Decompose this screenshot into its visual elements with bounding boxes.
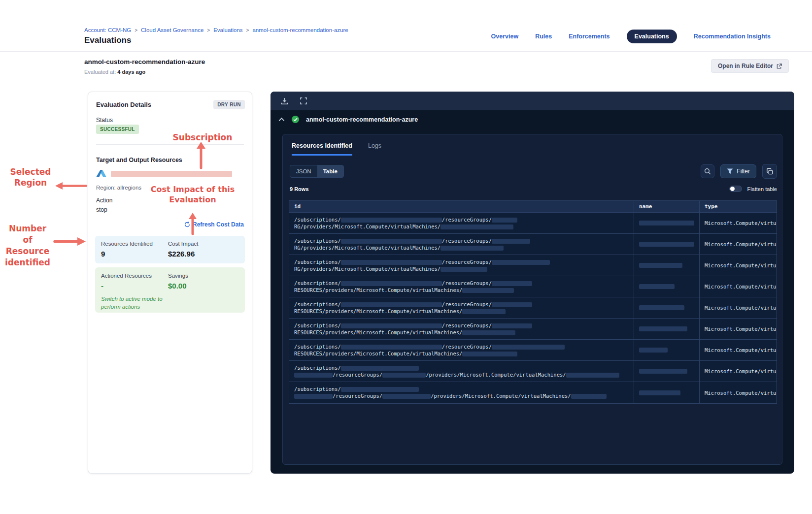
- table-row[interactable]: /subscriptions//resourceGroups/RESOURCES…: [289, 297, 777, 319]
- id-text: /resourceGroups/: [442, 238, 492, 244]
- azure-icon: [96, 170, 106, 178]
- dry-run-badge: DRY RUN: [213, 100, 245, 109]
- type-cell: Microsoft.Compute/virtu: [700, 319, 778, 339]
- breadcrumb-item-anmol-custom-recommendation-azure[interactable]: anmol-custom-recommendation-azure: [252, 27, 348, 33]
- tab-rules[interactable]: Rules: [535, 33, 552, 40]
- redacted-bar: [462, 330, 515, 335]
- breadcrumb-item-account-ccm-ng[interactable]: Account: CCM-NG: [84, 27, 131, 33]
- id-cell: /subscriptions//resourceGroups/RESOURCES…: [289, 319, 634, 339]
- type-cell: Microsoft.Compute/virtu: [700, 276, 778, 297]
- redacted-bar: [639, 305, 684, 310]
- open-rule-editor-label: Open in Rule Editor: [718, 63, 773, 69]
- redacted-bar: [639, 369, 687, 374]
- result-title: anmol-custom-recommendation-azure: [306, 116, 418, 123]
- name-cell: [634, 319, 700, 339]
- column-header-name[interactable]: name: [634, 201, 700, 212]
- table-row[interactable]: /subscriptions//resourceGroups/RG/provid…: [289, 213, 777, 234]
- resource-count-arrow: [53, 237, 86, 246]
- id-text: /providers/Microsoft.Compute/virtualMach…: [426, 372, 566, 378]
- table-row[interactable]: /subscriptions//resourceGroups//provider…: [289, 382, 777, 403]
- id-cell: /subscriptions//resourceGroups/RESOURCES…: [289, 297, 634, 318]
- redacted-bar: [639, 348, 668, 353]
- id-text: /resourceGroups/: [442, 344, 492, 350]
- annotation-cost-impact: Cost Impact of this Evaluation: [148, 184, 237, 205]
- flatten-table-label: Flatten table: [747, 186, 777, 192]
- evaluation-name-title: anmol-custom-recommendation-azure: [84, 58, 205, 65]
- redacted-bar: [462, 309, 506, 314]
- id-text: /resourceGroups/: [333, 372, 382, 378]
- id-text: /subscriptions/: [294, 217, 341, 223]
- card-divider: [96, 144, 244, 145]
- id-cell: /subscriptions//resourceGroups//provider…: [289, 382, 634, 403]
- redacted-bar: [382, 394, 431, 399]
- redacted-bar: [341, 281, 442, 286]
- flatten-table-toggle[interactable]: [729, 186, 742, 192]
- column-header-id[interactable]: id: [289, 201, 634, 212]
- toggle-knob: [730, 187, 735, 191]
- active-mode-note: Switch to active mode to perform actions: [101, 295, 163, 311]
- redacted-bar: [440, 225, 513, 229]
- breadcrumb-item-cloud-asset-governance[interactable]: Cloud Asset Governance: [141, 27, 203, 33]
- redacted-bar: [492, 239, 530, 244]
- breadcrumb-separator: >: [246, 28, 249, 33]
- id-cell: /subscriptions//resourceGroups/RESOURCES…: [289, 340, 634, 360]
- search-button[interactable]: [701, 164, 714, 178]
- copy-icon: [766, 168, 774, 175]
- evaluated-at-value: 4 days ago: [117, 69, 145, 75]
- table-row[interactable]: /subscriptions//resourceGroups/RESOURCES…: [289, 340, 777, 361]
- id-text: /subscriptions/: [294, 259, 341, 265]
- id-cell: /subscriptions//resourceGroups/RG/provid…: [289, 255, 634, 276]
- tab-recommendation-insights[interactable]: Recommendation Insights: [694, 33, 771, 40]
- name-cell: [634, 382, 700, 403]
- external-link-icon: [777, 64, 782, 69]
- table-row[interactable]: /subscriptions//resourceGroups/RG/provid…: [289, 255, 777, 276]
- redacted-bar: [492, 281, 532, 286]
- subscription-arrow: [196, 142, 206, 169]
- table-row[interactable]: /subscriptions//resourceGroups/RESOURCES…: [289, 319, 777, 340]
- redacted-bar: [440, 246, 504, 251]
- results-tab-logs[interactable]: Logs: [368, 142, 381, 156]
- target-subscription-row: [96, 170, 232, 178]
- redacted-bar: [639, 326, 687, 331]
- breadcrumb-item-evaluations[interactable]: Evaluations: [213, 27, 242, 33]
- table-row[interactable]: /subscriptions//resourceGroups//provider…: [289, 361, 777, 382]
- filter-button[interactable]: Filter: [720, 164, 756, 178]
- chevron-up-icon[interactable]: [278, 117, 285, 122]
- copy-button[interactable]: [762, 164, 777, 179]
- redacted-bar: [639, 263, 682, 268]
- id-text: RESOURCES/providers/Microsoft.Compute/vi…: [294, 287, 462, 293]
- evaluated-at-label: Evaluated at:: [84, 69, 116, 75]
- region-text: Region: allregions: [96, 185, 141, 191]
- table-row[interactable]: /subscriptions//resourceGroups/RESOURCES…: [289, 276, 777, 297]
- results-tab-resources-identified[interactable]: Resources Identified: [292, 142, 352, 156]
- cost-impact-value: $226.96: [168, 250, 198, 258]
- tab-enforcements[interactable]: Enforcements: [569, 33, 609, 40]
- page: Account: CCM-NG>Cloud Asset Governance>E…: [0, 0, 812, 514]
- download-icon[interactable]: [280, 97, 289, 105]
- results-toolbar: [271, 92, 794, 110]
- evaluation-result-header[interactable]: anmol-custom-recommendation-azure: [278, 115, 418, 124]
- status-label: Status: [96, 117, 113, 124]
- results-inner-card: Resources IdentifiedLogs JSONTable Filte…: [282, 134, 782, 465]
- column-header-type[interactable]: type: [700, 201, 778, 212]
- success-check-icon: [291, 115, 300, 124]
- redacted-bar: [639, 221, 694, 225]
- refresh-cost-data-label: Refresh Cost Data: [193, 221, 244, 228]
- fullscreen-icon[interactable]: [300, 97, 307, 105]
- actioned-stats-box: Actioned Resources - Savings $0.00 Switc…: [95, 267, 245, 313]
- name-cell: [634, 276, 700, 297]
- open-rule-editor-button[interactable]: Open in Rule Editor: [711, 59, 789, 73]
- redacted-bar: [341, 218, 442, 223]
- status-badge: SUCCESSFUL: [96, 125, 139, 134]
- view-mode-toggle: JSONTable: [290, 165, 344, 178]
- actioned-resources-value: -: [101, 282, 152, 290]
- rows-count: 9 Rows: [290, 186, 309, 192]
- evaluation-details-card: Evaluation Details DRY RUN Status SUCCES…: [88, 92, 252, 474]
- table-row[interactable]: /subscriptions//resourceGroups/RG/provid…: [289, 234, 777, 255]
- tab-evaluations[interactable]: Evaluations: [627, 30, 677, 43]
- view-toggle-json[interactable]: JSON: [290, 165, 317, 177]
- redacted-bar: [492, 345, 565, 350]
- view-toggle-table[interactable]: Table: [317, 165, 343, 177]
- tab-overview[interactable]: Overview: [491, 33, 519, 40]
- header-divider: [0, 51, 812, 52]
